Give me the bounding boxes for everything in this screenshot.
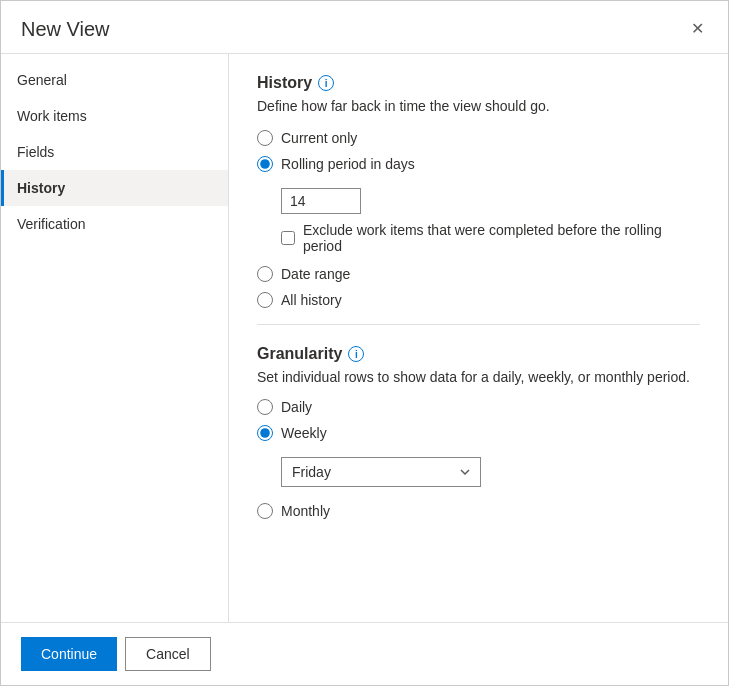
history-info-icon[interactable]: i	[318, 75, 334, 91]
granularity-header: Granularity i	[257, 345, 700, 363]
radio-rolling-period[interactable]: Rolling period in days	[257, 156, 700, 172]
radio-all-history-input[interactable]	[257, 292, 273, 308]
exclude-checkbox[interactable]	[281, 231, 295, 245]
radio-date-range-input[interactable]	[257, 266, 273, 282]
sidebar-item-work-items[interactable]: Work items	[1, 98, 228, 134]
rolling-period-input[interactable]	[281, 188, 361, 214]
granularity-info-icon[interactable]: i	[348, 346, 364, 362]
radio-date-range-label: Date range	[281, 266, 350, 282]
dialog-body: General Work items Fields History Verifi…	[1, 54, 728, 622]
radio-daily[interactable]: Daily	[257, 399, 700, 415]
radio-date-range[interactable]: Date range	[257, 266, 700, 282]
radio-daily-input[interactable]	[257, 399, 273, 415]
weekly-day-select[interactable]: Monday Tuesday Wednesday Thursday Friday…	[281, 457, 481, 487]
history-radio-group-2: Date range All history	[257, 266, 700, 308]
new-view-dialog: New View ✕ General Work items Fields His…	[0, 0, 729, 686]
weekly-day-container: Monday Tuesday Wednesday Thursday Friday…	[281, 457, 700, 487]
history-header: History i	[257, 74, 700, 92]
sidebar-item-fields[interactable]: Fields	[1, 134, 228, 170]
history-radio-group: Current only Rolling period in days	[257, 130, 700, 172]
rolling-period-controls: Exclude work items that were completed b…	[257, 184, 700, 254]
radio-current-only-input[interactable]	[257, 130, 273, 146]
sidebar-item-general[interactable]: General	[1, 62, 228, 98]
continue-button[interactable]: Continue	[21, 637, 117, 671]
sidebar-item-verification[interactable]: Verification	[1, 206, 228, 242]
radio-monthly-input[interactable]	[257, 503, 273, 519]
section-divider	[257, 324, 700, 325]
sidebar-item-history[interactable]: History	[1, 170, 228, 206]
history-title: History	[257, 74, 312, 92]
radio-daily-label: Daily	[281, 399, 312, 415]
sidebar: General Work items Fields History Verifi…	[1, 54, 229, 622]
granularity-section: Granularity i Set individual rows to sho…	[257, 345, 700, 519]
radio-weekly[interactable]: Weekly	[257, 425, 700, 441]
radio-all-history-label: All history	[281, 292, 342, 308]
dialog-header: New View ✕	[1, 1, 728, 54]
dialog-title: New View	[21, 18, 110, 41]
granularity-title: Granularity	[257, 345, 342, 363]
radio-monthly-label: Monthly	[281, 503, 330, 519]
radio-current-only[interactable]: Current only	[257, 130, 700, 146]
radio-rolling-period-input[interactable]	[257, 156, 273, 172]
dialog-footer: Continue Cancel	[1, 622, 728, 685]
close-button[interactable]: ✕	[687, 17, 708, 41]
exclude-checkbox-label: Exclude work items that were completed b…	[303, 222, 700, 254]
radio-current-only-label: Current only	[281, 130, 357, 146]
radio-weekly-label: Weekly	[281, 425, 327, 441]
radio-monthly[interactable]: Monthly	[257, 503, 700, 519]
content-area: History i Define how far back in time th…	[229, 54, 728, 622]
radio-rolling-period-label: Rolling period in days	[281, 156, 415, 172]
radio-all-history[interactable]: All history	[257, 292, 700, 308]
history-description: Define how far back in time the view sho…	[257, 98, 700, 114]
granularity-description: Set individual rows to show data for a d…	[257, 369, 700, 385]
radio-weekly-input[interactable]	[257, 425, 273, 441]
exclude-checkbox-container: Exclude work items that were completed b…	[281, 222, 700, 254]
granularity-radio-group: Daily Weekly Monday Tuesday Wednesday	[257, 399, 700, 519]
history-section: History i Define how far back in time th…	[257, 74, 700, 308]
cancel-button[interactable]: Cancel	[125, 637, 211, 671]
